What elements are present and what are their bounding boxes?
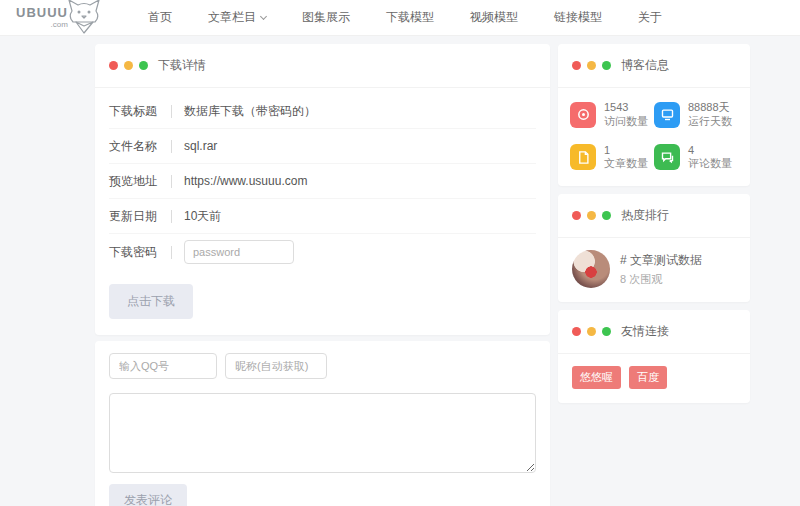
- vertical-divider: [171, 210, 172, 223]
- field-label: 更新日期: [109, 208, 161, 225]
- nav-item-download-model[interactable]: 下载模型: [386, 9, 434, 26]
- download-card-title: 下载详情: [158, 57, 206, 74]
- nav-item-gallery[interactable]: 图集展示: [302, 9, 350, 26]
- site-logo[interactable]: UBUUU .com: [16, 1, 106, 35]
- blog-info-title: 博客信息: [621, 57, 669, 74]
- friend-link[interactable]: 悠悠喔: [572, 366, 621, 389]
- friend-links-title: 友情连接: [621, 323, 669, 340]
- yellow-dot-icon: [587, 327, 596, 336]
- comment-card-body: 发表评论: [95, 341, 550, 506]
- field-label: 下载密码: [109, 244, 161, 261]
- field-label: 预览地址: [109, 173, 161, 190]
- monitor-icon: [654, 102, 680, 128]
- field-label: 文件名称: [109, 138, 161, 155]
- file-name-row: 文件名称 sql.rar: [109, 129, 536, 164]
- field-value: 数据库下载（带密码的）: [184, 103, 316, 120]
- yellow-dot-icon: [587, 211, 596, 220]
- stat-value: 88888天: [688, 101, 732, 115]
- nav-item-home[interactable]: 首页: [148, 9, 172, 26]
- stat-label: 访问数量: [604, 115, 648, 129]
- nav-item-about[interactable]: 关于: [638, 9, 662, 26]
- red-dot-icon: [572, 327, 581, 336]
- hot-post-title[interactable]: # 文章测试数据: [620, 252, 702, 269]
- yellow-dot-icon: [124, 61, 133, 70]
- vertical-divider: [171, 140, 172, 153]
- hot-rank-title: 热度排行: [621, 207, 669, 224]
- stat-visits: 1543 访问数量: [570, 101, 654, 129]
- stat-value: 1543: [604, 101, 648, 115]
- friend-links-header: 友情连接: [558, 310, 750, 354]
- stat-running-days: 88888天 运行天数: [654, 101, 738, 129]
- vertical-divider: [171, 175, 172, 188]
- eye-icon: [570, 102, 596, 128]
- logo-main-text: UBUUU: [16, 6, 68, 19]
- yellow-dot-icon: [587, 61, 596, 70]
- cat-logo-icon: [62, 0, 106, 35]
- stat-label: 文章数量: [604, 157, 648, 171]
- hot-post-views: 8 次围观: [620, 272, 702, 287]
- blog-info-card: 博客信息 1543 访问数量: [558, 44, 750, 186]
- hot-rank-card: 热度排行 # 文章测试数据 8 次围观: [558, 194, 750, 302]
- friend-links-list: 悠悠喔 百度: [558, 354, 750, 403]
- hot-rank-item[interactable]: # 文章测试数据 8 次围观: [558, 238, 750, 302]
- blog-info-header: 博客信息: [558, 44, 750, 88]
- update-date-row: 更新日期 10天前: [109, 199, 536, 234]
- chevron-down-icon: [260, 12, 267, 19]
- red-dot-icon: [109, 61, 118, 70]
- nav-item-video-model[interactable]: 视频模型: [470, 9, 518, 26]
- stat-value: 1: [604, 144, 648, 158]
- download-card-body: 下载标题 数据库下载（带密码的） 文件名称 sql.rar 预览地址 https…: [95, 88, 550, 335]
- download-detail-card: 下载详情 下载标题 数据库下载（带密码的） 文件名称 sql.rar 预览地址 …: [95, 44, 550, 335]
- green-dot-icon: [602, 327, 611, 336]
- vertical-divider: [171, 105, 172, 118]
- logo-text: UBUUU .com: [16, 6, 68, 29]
- nav-item-link-model[interactable]: 链接模型: [554, 9, 602, 26]
- preview-url-row: 预览地址 https://www.usuuu.com: [109, 164, 536, 199]
- blog-stats: 1543 访问数量 88888天 运行天数: [558, 88, 750, 186]
- comment-textarea[interactable]: [109, 393, 536, 473]
- stat-value: 4: [688, 144, 732, 158]
- stat-comments: 4 评论数量: [654, 144, 738, 172]
- vertical-divider: [171, 246, 172, 259]
- red-dot-icon: [572, 211, 581, 220]
- qq-number-input[interactable]: [109, 353, 217, 379]
- preview-url-value[interactable]: https://www.usuuu.com: [184, 174, 307, 188]
- green-dot-icon: [139, 61, 148, 70]
- page-content: 下载详情 下载标题 数据库下载（带密码的） 文件名称 sql.rar 预览地址 …: [0, 36, 800, 506]
- stat-articles: 1 文章数量: [570, 144, 654, 172]
- download-button[interactable]: 点击下载: [109, 284, 193, 319]
- download-password-input[interactable]: [184, 240, 294, 264]
- main-nav: 首页 文章栏目 图集展示 下载模型 视频模型 链接模型 关于: [148, 9, 662, 26]
- comments-icon: [654, 144, 680, 170]
- field-label: 下载标题: [109, 103, 161, 120]
- stat-label: 运行天数: [688, 115, 732, 129]
- download-title-row: 下载标题 数据库下载（带密码的）: [109, 94, 536, 129]
- submit-comment-button[interactable]: 发表评论: [109, 484, 187, 506]
- friend-links-card: 友情连接 悠悠喔 百度: [558, 310, 750, 403]
- comment-card: 发表评论: [95, 341, 550, 506]
- document-icon: [570, 144, 596, 170]
- nickname-input[interactable]: [225, 353, 327, 379]
- download-card-header: 下载详情: [95, 44, 550, 88]
- main-column: 下载详情 下载标题 数据库下载（带密码的） 文件名称 sql.rar 预览地址 …: [95, 44, 550, 506]
- field-value: sql.rar: [184, 139, 217, 153]
- download-password-row: 下载密码: [109, 234, 536, 270]
- red-dot-icon: [572, 61, 581, 70]
- friend-link[interactable]: 百度: [629, 366, 667, 389]
- green-dot-icon: [602, 61, 611, 70]
- comment-inputs: [109, 353, 536, 379]
- stat-label: 评论数量: [688, 157, 732, 171]
- post-thumbnail-avatar: [572, 250, 610, 288]
- top-navigation-bar: UBUUU .com 首页 文章栏目 图集展示 下载模型 视频模型 链接模型 关…: [0, 0, 800, 36]
- hot-rank-header: 热度排行: [558, 194, 750, 238]
- field-value: 10天前: [184, 208, 221, 225]
- sidebar: 博客信息 1543 访问数量: [558, 44, 750, 403]
- green-dot-icon: [602, 211, 611, 220]
- nav-item-articles[interactable]: 文章栏目: [208, 9, 266, 26]
